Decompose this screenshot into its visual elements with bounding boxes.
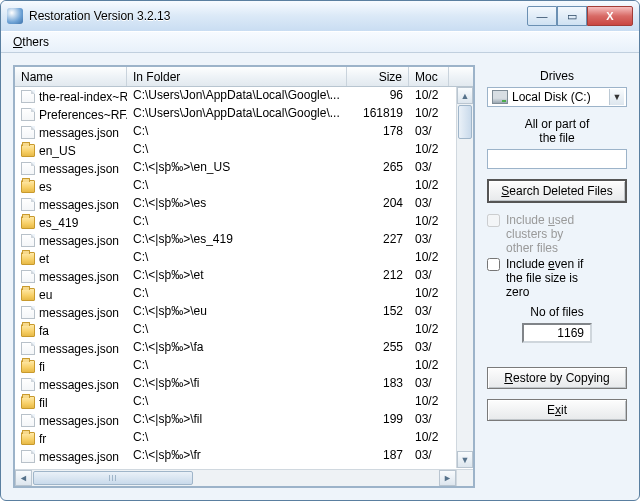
- cell-mod: 03/: [409, 339, 449, 357]
- cell-mod: 10/2: [409, 321, 449, 339]
- filename-filter-input[interactable]: [487, 149, 627, 169]
- cell-mod: 03/: [409, 231, 449, 249]
- table-row[interactable]: messages.jsonC:\<|sþ‰>\es_41922703/: [15, 231, 473, 249]
- col-name[interactable]: Name: [15, 67, 127, 86]
- cell-mod: 10/2: [409, 429, 449, 447]
- table-row[interactable]: en_USC:\10/2: [15, 141, 473, 159]
- search-deleted-files-button[interactable]: Search Deleted Files: [487, 179, 627, 203]
- cell-name: fa: [15, 321, 127, 339]
- cell-size: [347, 429, 409, 447]
- cell-name: the-real-index~R...: [15, 87, 127, 105]
- cell-name: messages.json: [15, 231, 127, 249]
- file-name: eu: [39, 288, 52, 302]
- cell-mod: 10/2: [409, 285, 449, 303]
- cell-mod: 10/2: [409, 177, 449, 195]
- scroll-right-button[interactable]: ►: [439, 470, 456, 486]
- cell-folder: C:\<|sþ‰>\es_419: [127, 231, 347, 249]
- drive-select[interactable]: Local Disk (C:) ▼: [487, 87, 627, 107]
- col-mod[interactable]: Moc: [409, 67, 449, 86]
- cell-size: 152: [347, 303, 409, 321]
- folder-icon: [21, 180, 35, 193]
- table-row[interactable]: messages.jsonC:\<|sþ‰>\es20403/: [15, 195, 473, 213]
- cell-name: messages.json: [15, 303, 127, 321]
- cell-folder: C:\<|sþ‰>\fr: [127, 447, 347, 465]
- cell-size: [347, 213, 409, 231]
- no-of-files-label: No of files: [487, 305, 627, 319]
- table-row[interactable]: etC:\10/2: [15, 249, 473, 267]
- cell-size: [347, 321, 409, 339]
- horizontal-scrollbar[interactable]: ◄ ►: [15, 469, 456, 486]
- list-body[interactable]: the-real-index~R...C:\Users\Jon\AppData\…: [15, 87, 473, 486]
- scroll-down-button[interactable]: ▼: [457, 451, 473, 468]
- cell-size: 227: [347, 231, 409, 249]
- table-row[interactable]: esC:\10/2: [15, 177, 473, 195]
- cell-size: 178: [347, 123, 409, 141]
- cell-mod: 03/: [409, 159, 449, 177]
- folder-icon: [21, 432, 35, 445]
- file-icon: [21, 90, 35, 103]
- table-row[interactable]: Preferences~RF...C:\Users\Jon\AppData\Lo…: [15, 105, 473, 123]
- table-row[interactable]: messages.jsonC:\<|sþ‰>\fr18703/: [15, 447, 473, 465]
- table-row[interactable]: messages.jsonC:\<|sþ‰>\fil19903/: [15, 411, 473, 429]
- cell-size: 255: [347, 339, 409, 357]
- table-row[interactable]: the-real-index~R...C:\Users\Jon\AppData\…: [15, 87, 473, 105]
- restore-by-copying-button[interactable]: Restore by Copying: [487, 367, 627, 389]
- file-name: es_419: [39, 216, 78, 230]
- vscroll-thumb[interactable]: [458, 105, 472, 139]
- filter-label: All or part of the file: [487, 117, 627, 145]
- table-row[interactable]: messages.jsonC:\17803/: [15, 123, 473, 141]
- file-name: messages.json: [39, 414, 119, 428]
- table-row[interactable]: messages.jsonC:\<|sþ‰>\eu15203/: [15, 303, 473, 321]
- include-zero-size-checkbox[interactable]: Include even if the file size is zero: [487, 257, 627, 299]
- table-row[interactable]: messages.jsonC:\<|sþ‰>\fa25503/: [15, 339, 473, 357]
- drive-selected: Local Disk (C:): [512, 90, 605, 104]
- scroll-left-button[interactable]: ◄: [15, 470, 32, 486]
- title-bar[interactable]: Restoration Version 3.2.13 — ▭ X: [1, 1, 639, 31]
- table-row[interactable]: messages.jsonC:\<|sþ‰>\et21203/: [15, 267, 473, 285]
- close-button[interactable]: X: [587, 6, 633, 26]
- file-list: Name In Folder Size Moc the-real-index~R…: [13, 65, 475, 488]
- cell-size: [347, 249, 409, 267]
- chevron-down-icon[interactable]: ▼: [609, 89, 624, 105]
- cell-name: et: [15, 249, 127, 267]
- file-icon: [21, 162, 35, 175]
- table-row[interactable]: faC:\10/2: [15, 321, 473, 339]
- maximize-button[interactable]: ▭: [557, 6, 587, 26]
- file-name: messages.json: [39, 306, 119, 320]
- table-row[interactable]: euC:\10/2: [15, 285, 473, 303]
- no-of-files-value: 1169: [522, 323, 592, 343]
- cell-name: messages.json: [15, 411, 127, 429]
- minimize-button[interactable]: —: [527, 6, 557, 26]
- file-name: the-real-index~R...: [39, 90, 127, 104]
- cell-size: [347, 357, 409, 375]
- cell-mod: 03/: [409, 123, 449, 141]
- table-row[interactable]: messages.jsonC:\<|sþ‰>\en_US26503/: [15, 159, 473, 177]
- cell-folder: C:\<|sþ‰>\et: [127, 267, 347, 285]
- table-row[interactable]: es_419C:\10/2: [15, 213, 473, 231]
- col-folder[interactable]: In Folder: [127, 67, 347, 86]
- cell-name: messages.json: [15, 339, 127, 357]
- hscroll-thumb[interactable]: [33, 471, 193, 485]
- file-name: et: [39, 252, 49, 266]
- file-name: fr: [39, 432, 46, 446]
- menu-others[interactable]: Others: [7, 33, 55, 51]
- vertical-scrollbar[interactable]: ▲ ▼: [456, 87, 473, 468]
- client-area: Name In Folder Size Moc the-real-index~R…: [3, 55, 637, 498]
- window-title: Restoration Version 3.2.13: [29, 9, 527, 23]
- table-row[interactable]: fiC:\10/2: [15, 357, 473, 375]
- include-zero-size-input[interactable]: [487, 258, 500, 271]
- table-row[interactable]: filC:\10/2: [15, 393, 473, 411]
- file-icon: [21, 450, 35, 463]
- include-used-clusters-input: [487, 214, 500, 227]
- table-row[interactable]: frC:\10/2: [15, 429, 473, 447]
- file-name: messages.json: [39, 126, 119, 140]
- app-window: Restoration Version 3.2.13 — ▭ X Others …: [0, 0, 640, 501]
- file-name: Preferences~RF...: [39, 108, 127, 122]
- file-name: messages.json: [39, 162, 119, 176]
- cell-name: es_419: [15, 213, 127, 231]
- col-size[interactable]: Size: [347, 67, 409, 86]
- cell-folder: C:\: [127, 357, 347, 375]
- scroll-up-button[interactable]: ▲: [457, 87, 473, 104]
- table-row[interactable]: messages.jsonC:\<|sþ‰>\fi18303/: [15, 375, 473, 393]
- exit-button[interactable]: Exit: [487, 399, 627, 421]
